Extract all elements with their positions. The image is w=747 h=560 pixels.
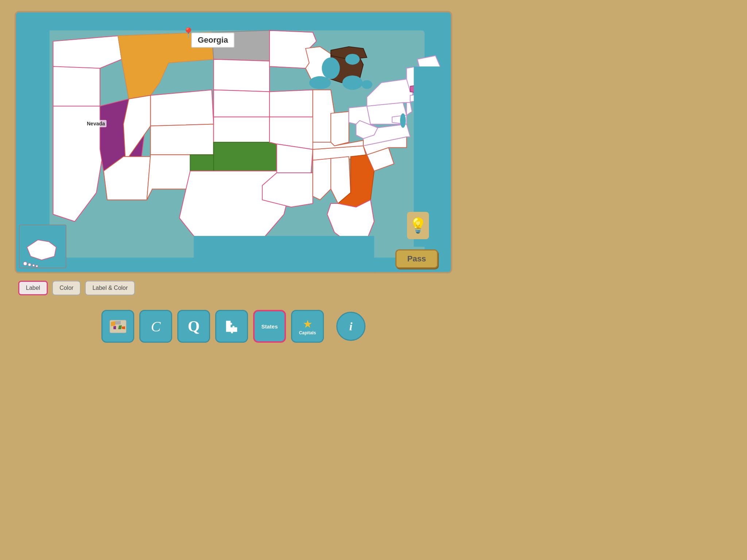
pass-button[interactable]: Pass — [395, 249, 438, 268]
svg-point-62 — [32, 264, 35, 267]
svg-marker-21 — [270, 90, 313, 117]
label-color-filter-button[interactable]: Label & Color — [85, 281, 135, 295]
svg-point-49 — [322, 58, 340, 79]
svg-point-53 — [361, 80, 372, 89]
svg-marker-67 — [115, 321, 121, 324]
svg-marker-3 — [53, 66, 100, 106]
nav-states-button[interactable]: States — [253, 310, 286, 343]
svg-marker-70 — [122, 326, 125, 329]
svg-point-52 — [342, 75, 363, 90]
svg-rect-55 — [194, 236, 374, 272]
hint-button[interactable]: 💡 — [407, 212, 429, 239]
nav-map-button[interactable] — [101, 310, 134, 343]
color-filter-button[interactable]: Color — [52, 281, 81, 295]
svg-point-54 — [400, 113, 406, 128]
location-pin: 📍 — [182, 27, 195, 39]
filter-area: Label Color Label & Color — [18, 281, 135, 295]
georgia-tooltip: Georgia — [191, 32, 235, 48]
svg-point-61 — [28, 263, 31, 266]
nav-capitals-button[interactable]: ★ Capitals — [291, 310, 324, 343]
svg-marker-68 — [113, 326, 116, 329]
svg-marker-8 — [151, 90, 214, 126]
info-button[interactable]: i — [336, 312, 365, 341]
label-filter-button[interactable]: Label — [18, 281, 48, 295]
nav-bar: C Q States ★ Capitals i — [101, 310, 365, 343]
map-container: Nevada 📍 Georgia 💡 Pass — [15, 11, 452, 273]
svg-point-50 — [345, 54, 360, 65]
svg-marker-14 — [214, 59, 270, 92]
states-button-label: States — [261, 323, 278, 330]
nav-cursive-button[interactable]: C — [139, 310, 172, 343]
svg-marker-11 — [151, 124, 214, 155]
svg-marker-16 — [214, 117, 270, 142]
svg-marker-37 — [331, 112, 349, 146]
nav-quiz-button[interactable]: Q — [177, 310, 210, 343]
svg-point-51 — [309, 76, 331, 89]
svg-marker-23 — [277, 144, 313, 175]
svg-point-63 — [36, 265, 38, 267]
nevada-label: Nevada — [85, 120, 107, 127]
alaska-inset — [19, 225, 66, 268]
usa-map[interactable] — [16, 12, 451, 272]
svg-point-60 — [23, 262, 27, 265]
svg-marker-15 — [214, 90, 270, 117]
nav-puzzle-button[interactable] — [215, 310, 248, 343]
svg-marker-66 — [111, 321, 115, 326]
